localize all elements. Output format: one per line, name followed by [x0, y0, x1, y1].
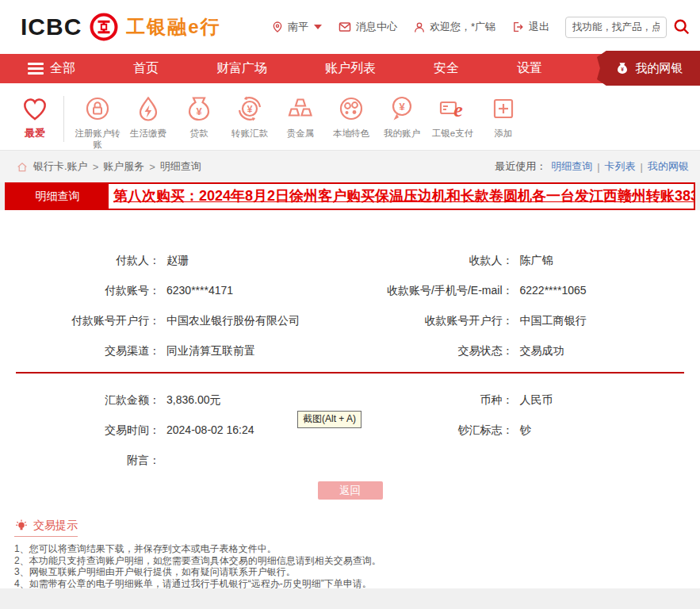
breadcrumb: 银行卡.账户 > 账户服务 > 明细查询	[16, 159, 201, 174]
recent-link-my-ebank[interactable]: 我的网银	[648, 159, 689, 174]
detail-row-names: 付款人：赵珊 收款人：陈广锦	[0, 251, 700, 270]
shortcut-label: 生活缴费	[130, 128, 166, 139]
lightbulb-icon	[14, 519, 29, 533]
detail-query-tab[interactable]: 明细查询	[6, 184, 109, 209]
tips-title: 交易提示	[33, 519, 78, 533]
nav-item-accounts[interactable]: 账户列表	[325, 60, 376, 77]
shortcut-label: 我的账户	[384, 128, 420, 139]
svg-text:¥: ¥	[399, 101, 405, 113]
back-button[interactable]: 返回	[318, 481, 383, 500]
shortcut-label: 本地特色	[333, 128, 369, 139]
channel-label: 交易渠道：	[0, 344, 160, 358]
payer-account-label: 付款账号：	[0, 284, 160, 298]
footer-spacer	[0, 588, 700, 609]
recent-used: 最近使用： 明细查询 | 卡列表 | 我的网银	[495, 159, 689, 174]
nav-item-settings[interactable]: 设置	[517, 60, 542, 77]
logout-icon	[511, 21, 525, 33]
icbc-logo-mark-icon	[88, 11, 120, 43]
chevron-down-icon	[314, 25, 322, 29]
envelope-icon	[338, 21, 352, 33]
shortcut-epay[interactable]: e 工银e支付	[427, 93, 478, 139]
detail-row-banks: 付款账号开户行：中国农业银行股份有限公司 收款账号开户行：中国工商银行	[0, 312, 700, 331]
tips-list: 1、您可以将查询结果下载，并保存到文本或电子表格文件中。 2、本功能只支持查询账…	[14, 543, 686, 589]
nav-item-wealth[interactable]: 财富广场	[216, 60, 267, 77]
screenshot-tooltip: 截图(Alt + A)	[297, 411, 361, 428]
shortcut-favorite[interactable]: 最爱	[10, 93, 60, 139]
icbc-logo-text: ICBC	[21, 13, 82, 40]
moneybag-icon: ¥	[614, 60, 630, 76]
my-ebank-tab[interactable]: ¥ 我的网银	[597, 51, 700, 86]
icbc-logo-cn-text: 工银融e行	[126, 14, 220, 40]
shortcuts-row: 最爱 注册账户转账 生活缴费 ¥ 贷款 ¥ 转账汇款 贵金属 本地特色 ¥	[0, 83, 700, 151]
shortcut-label: 工银e支付	[432, 128, 473, 139]
header-search	[565, 17, 690, 38]
shortcut-transfer-remit[interactable]: ¥ 转账汇款	[224, 93, 275, 139]
search-input[interactable]	[565, 17, 667, 38]
location-pin-icon	[271, 20, 284, 34]
nav-all-label: 全部	[50, 60, 75, 77]
memo-label: 附言：	[0, 454, 160, 468]
payee-account-label: 收款账号/手机号/E-mail：	[350, 284, 514, 298]
amount-label: 汇款金额：	[0, 393, 160, 408]
purchase-notice-text: 第八次购买：2024年8月2日徐州客户购买保温压边机和长款卷圆机各一台发江西赣州…	[109, 184, 694, 209]
hamburger-icon	[28, 60, 44, 78]
shortcut-my-account[interactable]: ¥ 我的账户	[377, 93, 427, 139]
time-value: 2024-08-02 16:24	[166, 423, 254, 438]
transaction-detail-panel: 付款人：赵珊 收款人：陈广锦 付款账号：6230****4171 收款账号/手机…	[0, 210, 700, 588]
tip-item: 4、如需带有公章的电子明细账单，请通过我行手机银行“远程办-历史明细”下单申请。	[14, 578, 686, 590]
icbc-ebank-page: ICBC 工银融e行 南平 消息中心 欢迎您，*广锦	[0, 0, 700, 609]
tips-title-row: 交易提示	[14, 519, 78, 537]
recent-link-card-list[interactable]: 卡列表	[605, 159, 636, 174]
breadcrumb-separator: >	[93, 161, 99, 173]
logout-button[interactable]: 退出	[511, 20, 549, 34]
person-icon	[413, 21, 426, 34]
location-selector[interactable]: 南平	[271, 20, 322, 34]
amount-value: 3,836.00元	[166, 393, 221, 408]
shortcut-label: 贵金属	[287, 128, 315, 139]
nav-item-all[interactable]: 全部	[28, 60, 75, 78]
nav-accounts-label: 账户列表	[325, 60, 376, 77]
moneybag-icon: ¥	[183, 93, 215, 124]
tip-item: 1、您可以将查询结果下载，并保存到文本或电子表格文件中。	[14, 543, 686, 555]
breadcrumb-band: 银行卡.账户 > 账户服务 > 明细查询 最近使用： 明细查询 | 卡列表 | …	[0, 151, 700, 182]
tip-item: 2、本功能只支持查询账户明细，如您需要查询具体交易的明细信息请到相关交易查询。	[14, 555, 686, 567]
shortcut-label: 最爱	[25, 128, 45, 139]
location-label: 南平	[288, 20, 308, 34]
divider	[63, 96, 64, 142]
shortcut-register-transfer[interactable]: 注册账户转账	[72, 93, 123, 150]
recent-used-label: 最近使用：	[495, 159, 546, 174]
status-value: 交易成功	[520, 344, 564, 358]
my-ebank-label: 我的网银	[636, 61, 683, 76]
transaction-tips: 交易提示 1、您可以将查询结果下载，并保存到文本或电子表格文件中。 2、本功能只…	[0, 519, 700, 589]
breadcrumb-segment-cards[interactable]: 银行卡.账户	[33, 159, 88, 174]
breadcrumb-segment-service[interactable]: 账户服务	[103, 159, 144, 174]
payer-account-value: 6230****4171	[166, 284, 233, 298]
shortcut-add[interactable]: 添加	[478, 93, 529, 139]
shortcut-label: 贷款	[190, 128, 208, 139]
detail-row-amount-currency: 汇款金额：3,836.00元 币种：人民币	[0, 391, 700, 410]
svg-text:¥: ¥	[621, 67, 624, 72]
nav-item-security[interactable]: 安全	[434, 60, 459, 77]
shortcut-precious-metal[interactable]: 贵金属	[275, 93, 326, 139]
header: ICBC 工银融e行 南平 消息中心 欢迎您，*广锦	[0, 0, 700, 54]
channel-value: 同业清算互联前置	[166, 344, 255, 358]
detail-query-banner: 明细查询 第八次购买：2024年8月2日徐州客户购买保温压边机和长款卷圆机各一台…	[5, 182, 695, 210]
recent-link-detail-query[interactable]: 明细查询	[551, 159, 592, 174]
user-welcome[interactable]: 欢迎您，*广锦	[413, 20, 495, 34]
search-icon[interactable]	[673, 18, 690, 36]
shortcut-label: 添加	[495, 128, 513, 139]
welcome-label: 欢迎您，*广锦	[430, 20, 495, 34]
shortcut-local-feature[interactable]: 本地特色	[326, 93, 377, 139]
main-navbar: 全部 首页 财富广场 账户列表 安全 设置	[0, 54, 700, 83]
nav-wealth-label: 财富广场	[216, 60, 267, 77]
svg-text:¥: ¥	[247, 104, 253, 115]
breadcrumb-segment-detail[interactable]: 明细查询	[160, 159, 201, 174]
detail-row-accounts: 付款账号：6230****4171 收款账号/手机号/E-mail：6222**…	[0, 282, 700, 301]
shortcut-life-pay[interactable]: 生活缴费	[123, 93, 174, 139]
shortcut-loan[interactable]: ¥ 贷款	[174, 93, 224, 139]
message-center-link[interactable]: 消息中心	[338, 20, 397, 34]
transfer-icon: ¥	[234, 93, 266, 124]
nav-item-home[interactable]: 首页	[133, 60, 159, 77]
status-label: 交易状态：	[350, 344, 514, 358]
tip-item: 3、网银互联账户明细由开户银行提供，如有疑问请联系开户银行。	[14, 566, 686, 578]
